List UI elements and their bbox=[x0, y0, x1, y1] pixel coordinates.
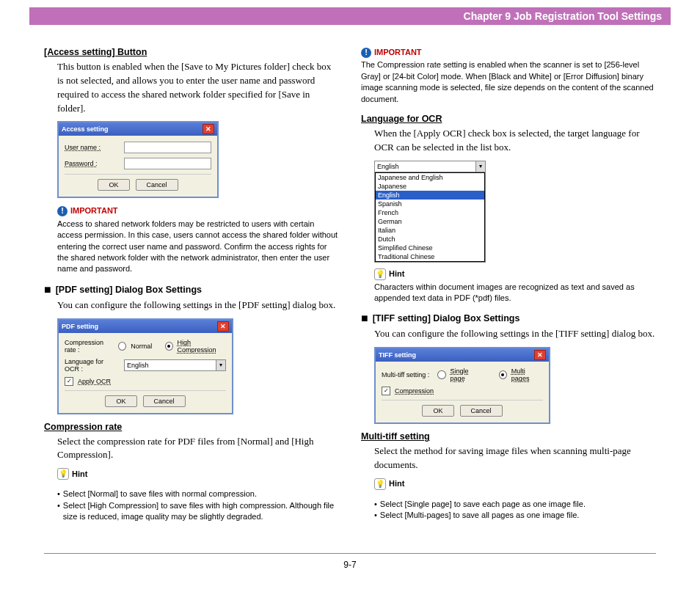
access-setting-title: [Access setting] Button bbox=[44, 47, 339, 57]
hint-text: Characters within document images are re… bbox=[374, 282, 656, 304]
close-icon[interactable]: ✕ bbox=[203, 124, 214, 134]
high-radio[interactable] bbox=[165, 342, 173, 351]
single-page-radio[interactable] bbox=[437, 370, 445, 379]
hint-bullet: •Select [Normal] to save files with norm… bbox=[57, 489, 339, 500]
chevron-down-icon: ▾ bbox=[475, 161, 485, 172]
ok-button[interactable]: OK bbox=[105, 395, 136, 407]
dialog-title-text: PDF setting bbox=[62, 323, 98, 330]
square-bullet-icon: ■ bbox=[44, 284, 51, 296]
lang-ocr-title: Language for OCR bbox=[361, 114, 656, 124]
lang-for-ocr-label: Language for OCR : bbox=[65, 358, 120, 373]
hint-bullet: •Select [High Compression] to save files… bbox=[57, 500, 339, 523]
ok-button[interactable]: OK bbox=[422, 405, 453, 417]
dialog-title-text: TIFF setting bbox=[379, 351, 416, 359]
important-label: IMPORTANT bbox=[70, 205, 118, 216]
hint-bullet: •Select [Multi-pages] to save all pages … bbox=[374, 510, 656, 521]
dialog-titlebar: Access setting ✕ bbox=[59, 122, 217, 136]
apply-ocr-label: Apply OCR bbox=[78, 378, 111, 385]
compression-checkbox[interactable]: ✓ bbox=[382, 387, 390, 395]
important-icon: ! bbox=[57, 206, 68, 216]
lang-listbox-value[interactable]: English ▾ bbox=[375, 161, 485, 172]
list-item[interactable]: Traditional Chinese bbox=[376, 252, 484, 261]
list-item[interactable]: German bbox=[376, 217, 484, 226]
apply-ocr-checkbox[interactable]: ✓ bbox=[65, 377, 73, 386]
important-label: IMPORTANT bbox=[374, 47, 422, 58]
compression-hint: 💡 Hint bbox=[57, 468, 339, 480]
hint-icon: 💡 bbox=[57, 468, 69, 480]
list-item[interactable]: Japanese and English bbox=[376, 173, 484, 182]
password-label: Password : bbox=[65, 160, 120, 167]
lang-ocr-body: When the [Apply OCR] check box is select… bbox=[374, 127, 656, 155]
page-number: 9-7 bbox=[44, 553, 656, 570]
tiff-body: You can configure the following settings… bbox=[374, 327, 656, 341]
hint-icon: 💡 bbox=[374, 478, 386, 490]
compression-rate-title: Compression rate bbox=[44, 422, 339, 432]
chapter-header: Chapter 9 Job Registration Tool Settings bbox=[29, 7, 671, 25]
list-item[interactable]: English bbox=[376, 191, 484, 200]
square-bullet-icon: ■ bbox=[361, 312, 368, 324]
ok-button[interactable]: OK bbox=[98, 179, 129, 191]
close-icon[interactable]: ✕ bbox=[534, 350, 546, 360]
lang-hint: 💡 Hint Characters within document images… bbox=[374, 268, 656, 304]
lang-dropdown[interactable]: English ▾ bbox=[124, 359, 226, 371]
cancel-button[interactable]: Cancel bbox=[136, 179, 178, 191]
multi-tiff-hint: 💡 Hint bbox=[374, 478, 656, 490]
important-text: The Compression rate setting is enabled … bbox=[361, 59, 656, 105]
multi-pages-label: Multi pages bbox=[511, 367, 543, 382]
cancel-button[interactable]: Cancel bbox=[143, 395, 186, 407]
hint-label: Hint bbox=[389, 268, 404, 279]
pdf-setting-dialog: PDF setting ✕ Compression rate : Normal … bbox=[57, 318, 233, 414]
left-column: [Access setting] Button This button is e… bbox=[44, 47, 339, 531]
important-text: Access to shared network folders may be … bbox=[57, 219, 339, 275]
right-important-note: ! IMPORTANT The Compression rate setting… bbox=[361, 47, 656, 105]
lang-listbox[interactable]: English ▾ Japanese and English Japanese … bbox=[374, 161, 486, 263]
chevron-down-icon: ▾ bbox=[216, 360, 225, 370]
access-setting-dialog: Access setting ✕ User name : Password : … bbox=[57, 121, 219, 198]
list-item[interactable]: Dutch bbox=[376, 235, 484, 244]
high-radio-label: High Compression bbox=[178, 339, 226, 354]
right-column: ! IMPORTANT The Compression rate setting… bbox=[361, 47, 656, 531]
close-icon[interactable]: ✕ bbox=[217, 321, 229, 332]
tiff-setting-dialog: TIFF setting ✕ Multi-tiff setting : Sing… bbox=[374, 347, 550, 424]
hint-icon: 💡 bbox=[374, 268, 386, 280]
dialog-title-text: Access setting bbox=[62, 125, 109, 133]
list-item[interactable]: Japanese bbox=[376, 182, 484, 191]
hint-label: Hint bbox=[389, 478, 404, 489]
compression-rate-label: Compression rate : bbox=[65, 339, 114, 354]
content-columns: [Access setting] Button This button is e… bbox=[0, 47, 700, 531]
normal-radio-label: Normal bbox=[131, 343, 152, 350]
hint-bullet: •Select [Single page] to save each page … bbox=[374, 499, 656, 510]
username-input[interactable] bbox=[124, 142, 211, 153]
multi-pages-radio[interactable] bbox=[499, 370, 507, 379]
multi-tiff-body: Select the method for saving image files… bbox=[374, 444, 656, 472]
list-item[interactable]: Spanish bbox=[376, 200, 484, 208]
lang-options: Japanese and English Japanese English Sp… bbox=[375, 172, 485, 262]
normal-radio[interactable] bbox=[118, 342, 126, 351]
pdf-body: You can configure the following settings… bbox=[57, 299, 339, 312]
important-icon: ! bbox=[361, 48, 371, 58]
single-page-label: Single page bbox=[451, 367, 484, 382]
document-page: Chapter 9 Job Registration Tool Settings… bbox=[0, 7, 700, 585]
list-item[interactable]: Italian bbox=[376, 226, 484, 235]
multi-tiff-title: Multi-tiff setting bbox=[361, 431, 656, 442]
list-item[interactable]: French bbox=[376, 208, 484, 217]
hint-label: Hint bbox=[72, 469, 87, 480]
cancel-button[interactable]: Cancel bbox=[460, 405, 503, 417]
list-item[interactable]: Simplified Chinese bbox=[376, 244, 484, 252]
access-setting-body: This button is enabled when the [Save to… bbox=[57, 60, 339, 115]
multi-tiff-label: Multi-tiff setting : bbox=[382, 371, 433, 378]
pdf-section-title: ■ [PDF setting] Dialog Box Settings bbox=[44, 284, 339, 296]
compression-label: Compression bbox=[395, 387, 434, 395]
username-label: User name : bbox=[65, 144, 120, 151]
compression-body: Select the compression rate for PDF file… bbox=[57, 435, 339, 463]
tiff-section-title: ■ [TIFF setting] Dialog Box Settings bbox=[361, 312, 656, 324]
password-input[interactable] bbox=[124, 158, 211, 169]
access-important-note: ! IMPORTANT Access to shared network fol… bbox=[57, 205, 339, 274]
